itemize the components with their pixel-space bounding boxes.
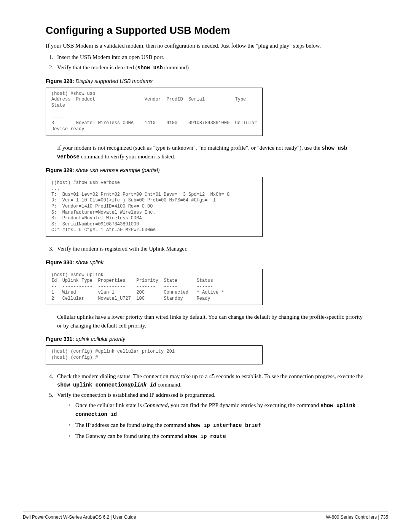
after-328-text: If your modem is not recognized (such as… (57, 144, 365, 161)
figure-331-caption: Figure 331: uplink cellular priority (46, 335, 365, 343)
steps-list-cont2: Check the modem dialing status. The conn… (46, 372, 365, 441)
step5-text: Verify the connection is established and… (57, 392, 215, 398)
page-heading: Configuring a Supported USB Modem (46, 23, 365, 38)
b2-pre: The IP address can be found using the co… (75, 422, 188, 428)
fig-title: uplink cellular priority (74, 336, 126, 342)
figure-328-caption: Figure 328: Display supported USB modems (46, 77, 365, 85)
step-5: Verify the connection is established and… (55, 391, 365, 441)
page-footer: Dell PowerConnect W-Series ArubaOS 6.2 |… (23, 511, 388, 521)
fig-title: show usb verbose example (partial) (74, 167, 160, 173)
code-box-331: (host) (config) #uplink cellular priorit… (46, 345, 263, 364)
fig-label: Figure 331: (46, 336, 74, 342)
b3-pre: The Gateway can be found using the comma… (75, 433, 185, 439)
after-330-text: Cellular uplinks have a lower priority t… (57, 313, 365, 330)
code-box-330: (host) #show uplink Id Uplink Type Prope… (46, 269, 263, 305)
bullet-2: The IP address can be found using the co… (68, 421, 365, 430)
figure-329-caption: Figure 329: show usb verbose example (pa… (46, 166, 365, 174)
footer-right: W-600 Series Controllers | 735 (326, 514, 388, 521)
bullet-3: The Gateway can be found using the comma… (68, 432, 365, 441)
step-4: Check the modem dialing status. The conn… (55, 372, 365, 390)
step5-bullets: Once the cellular link state is Connecte… (68, 401, 365, 441)
step-3: Verify the modem is registered with the … (55, 244, 365, 253)
steps-list: Insert the USB Modem into an open USB po… (46, 53, 365, 72)
b1-pre: Once the cellular link state is (75, 402, 143, 408)
intro-text: If your USB Modem is a validated modem, … (46, 42, 365, 50)
steps-list-cont: Verify the modem is registered with the … (46, 244, 365, 253)
after328-post: command to verify your modem is listed. (80, 153, 175, 160)
bullet-1: Once the cellular link state is Connecte… (68, 401, 365, 419)
after328-pre: If your modem is not recognized (such as… (57, 145, 322, 151)
fig-title: Display supported USB modems (74, 78, 153, 84)
fig-title: show uplink (74, 259, 104, 265)
step-2: Verify that the modem is detected (show … (55, 63, 365, 72)
fig-label: Figure 329: (46, 167, 74, 173)
fig-label: Figure 330: (46, 259, 74, 265)
code-box-328: (host) #show usb Address Product Vendor … (46, 88, 263, 136)
b2-cmd: show ip interface brief (188, 422, 261, 428)
step2-pre: Verify that the modem is detected ( (57, 64, 137, 70)
figure-330-caption: Figure 330: show uplink (46, 259, 365, 267)
step-1: Insert the USB Modem into an open USB po… (55, 53, 365, 62)
b1-mid: you can find the PPP dynamic entries by … (169, 402, 320, 408)
step2-post: command) (163, 64, 189, 70)
footer-left: Dell PowerConnect W-Series ArubaOS 6.2 |… (23, 514, 136, 521)
b1-ital: Connected, (143, 402, 169, 408)
fig-label: Figure 328: (46, 78, 74, 84)
show-usb-cmd: show usb (137, 65, 163, 71)
step4-pre: Check the modem dialing status. The conn… (57, 373, 363, 379)
show-uplink-conn-cmd: show uplink connection (57, 382, 127, 388)
uplink-id-arg: uplink id (127, 382, 156, 388)
b3-cmd: show ip route (185, 433, 226, 439)
step4-post: command. (156, 382, 182, 388)
code-box-329: ((host) #show usb verbose ... T: Bus=01 … (46, 177, 263, 237)
